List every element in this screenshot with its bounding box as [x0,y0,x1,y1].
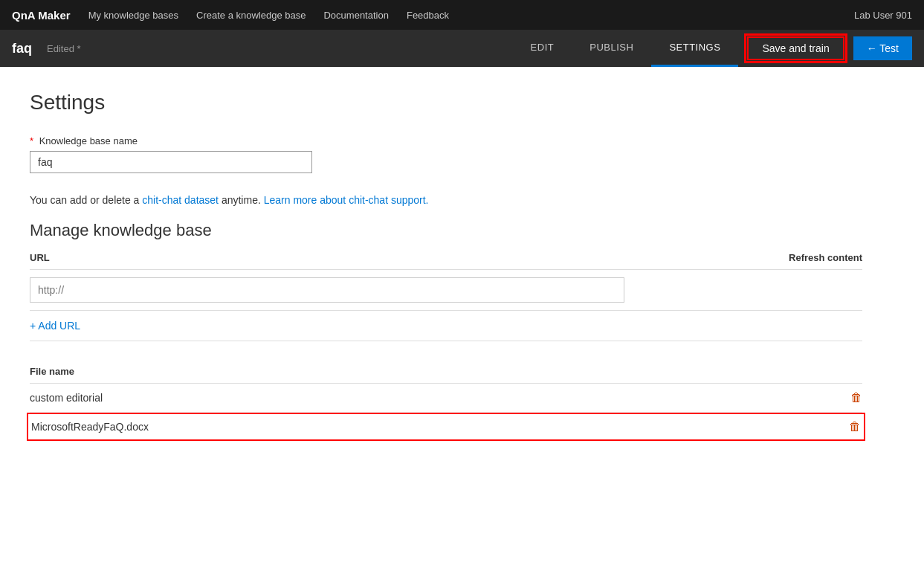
top-nav: QnA Maker My knowledge bases Create a kn… [0,0,924,30]
kb-name-field-group: * Knowledge base name [30,135,862,173]
url-table-header: URL Refresh content [30,252,862,270]
test-button[interactable]: ← Test [853,36,912,60]
file-table: File name custom editorial 🗑 MicrosoftRe… [30,365,862,441]
page-title: Settings [30,91,862,115]
file-row: custom editorial 🗑 [30,384,862,413]
kb-name-input[interactable] [30,151,312,173]
tab-group: EDIT PUBLISH SETTINGS [513,30,739,67]
tab-settings[interactable]: SETTINGS [651,30,738,67]
chit-chat-text-before: You can add or delete a [30,194,142,206]
add-url-button[interactable]: + Add URL [30,320,80,332]
chit-chat-link1[interactable]: chit-chat dataset [142,194,219,206]
refresh-col-header: Refresh content [789,252,862,263]
tab-publish[interactable]: PUBLISH [572,30,651,67]
manage-section-title: Manage knowledge base [30,221,862,240]
user-label: Lab User 901 [854,10,912,21]
chit-chat-link2[interactable]: Learn more about chit-chat support. [264,194,429,206]
file-name-col-header: File name [30,366,74,377]
nav-feedback[interactable]: Feedback [407,10,449,21]
save-train-button[interactable]: Save and train [747,36,844,60]
kb-name-label-text: Knowledge base name [39,135,138,146]
url-input[interactable] [30,277,624,303]
file-table-header: File name [30,365,862,384]
sub-header: faq Edited * EDIT PUBLISH SETTINGS Save … [0,30,924,67]
nav-documentation[interactable]: Documentation [323,10,388,21]
kb-name-label: faq [12,41,32,57]
file-name-label: MicrosoftReadyFaQ.docx [31,421,149,433]
chit-chat-text-middle: anytime. [219,194,264,206]
delete-file-icon[interactable]: 🗑 [849,420,861,433]
add-url-row: + Add URL [30,311,862,341]
edited-label: Edited * [47,43,81,54]
required-asterisk: * [30,135,33,146]
main-content: Settings * Knowledge base name You can a… [0,67,892,465]
url-input-row [30,270,862,311]
brand-label: QnA Maker [12,9,71,22]
file-name-label: custom editorial [30,392,103,404]
tab-edit[interactable]: EDIT [513,30,572,67]
top-nav-left: QnA Maker My knowledge bases Create a kn… [12,9,449,22]
delete-file-icon[interactable]: 🗑 [850,391,862,404]
file-row-highlighted: MicrosoftReadyFaQ.docx 🗑 [27,413,865,441]
chit-chat-info: You can add or delete a chit-chat datase… [30,194,862,206]
nav-create-knowledge-base[interactable]: Create a knowledge base [196,10,306,21]
url-col-header: URL [30,252,624,263]
nav-my-knowledge-bases[interactable]: My knowledge bases [88,10,178,21]
kb-name-field-label: * Knowledge base name [30,135,862,146]
